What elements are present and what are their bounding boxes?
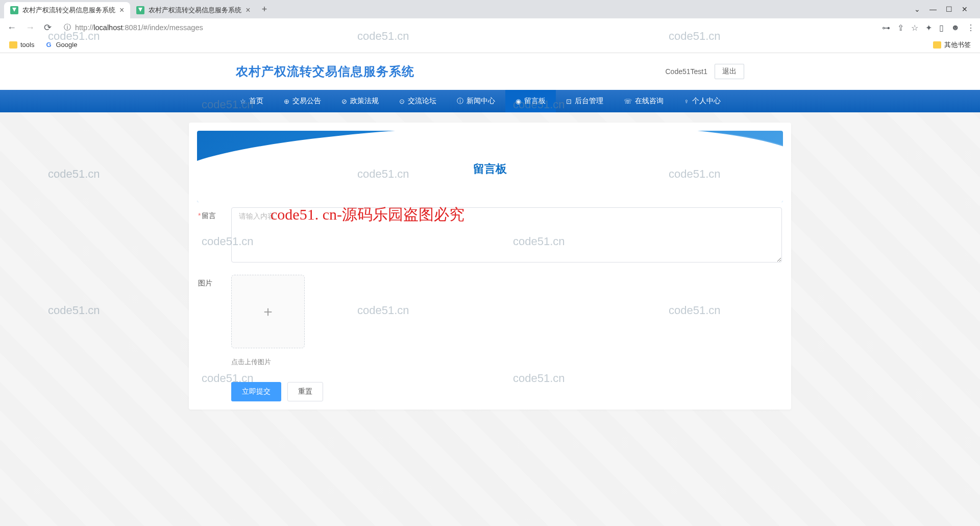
bookmark-label: Google bbox=[56, 41, 77, 49]
logout-button[interactable]: 退出 bbox=[715, 64, 744, 79]
browser-chrome: 农村产权流转交易信息服务系统 × 农村产权流转交易信息服务系统 × + ⌄ — … bbox=[0, 0, 980, 53]
key-icon[interactable]: ⊶ bbox=[882, 23, 890, 33]
nav-item-3[interactable]: ⊙交流论坛 bbox=[389, 90, 447, 112]
folder-icon bbox=[9, 41, 17, 49]
new-tab-button[interactable]: + bbox=[257, 2, 273, 17]
tab-title: 农村产权流转交易信息服务系统 bbox=[149, 6, 241, 15]
profile-icon[interactable]: ☻ bbox=[951, 23, 960, 33]
nav-icon: ⊙ bbox=[399, 98, 405, 105]
tab-bar: 农村产权流转交易信息服务系统 × 农村产权流转交易信息服务系统 × + ⌄ — … bbox=[0, 0, 980, 18]
site-logo: 农村产权流转交易信息服务系统 bbox=[236, 63, 414, 80]
maximize-icon[interactable]: ☐ bbox=[946, 5, 952, 13]
image-field-label: 图片 bbox=[198, 275, 231, 367]
menu-icon[interactable]: ⋮ bbox=[967, 23, 975, 33]
vue-favicon bbox=[136, 6, 144, 14]
address-bar-row: ← → ⟳ ⓘ http://localhost:8081/#/index/me… bbox=[0, 18, 980, 37]
submit-button[interactable]: 立即提交 bbox=[231, 382, 281, 401]
nav-icon: ⊕ bbox=[284, 98, 289, 105]
panel-icon[interactable]: ▯ bbox=[939, 23, 944, 33]
username-label: Code51Test1 bbox=[665, 67, 707, 76]
nav-item-0[interactable]: ☆首页 bbox=[230, 90, 274, 112]
window-controls: ⌄ — ☐ ✕ bbox=[914, 5, 976, 13]
page-body: 农村产权流转交易信息服务系统 Code51Test1 退出 ☆首页⊕交易公告⊘政… bbox=[0, 53, 980, 526]
bookmark-label: tools bbox=[20, 41, 34, 49]
url-text: http://localhost:8081/#/index/messages bbox=[75, 23, 872, 32]
nav-icon: ☆ bbox=[240, 98, 246, 105]
nav-item-6[interactable]: ⊡后台管理 bbox=[556, 90, 614, 112]
google-icon: G bbox=[44, 41, 53, 49]
browser-tab-1[interactable]: 农村产权流转交易信息服务系统 × bbox=[4, 2, 130, 18]
plus-icon: ＋ bbox=[261, 302, 275, 321]
close-window-icon[interactable]: ✕ bbox=[962, 5, 968, 13]
nav-icon: ◉ bbox=[516, 98, 521, 105]
nav-label: 政策法规 bbox=[350, 97, 379, 106]
nav-item-4[interactable]: ⓘ新闻中心 bbox=[447, 90, 505, 112]
back-button[interactable]: ← bbox=[5, 21, 18, 34]
site-header: 农村产权流转交易信息服务系统 Code51Test1 退出 bbox=[0, 53, 980, 90]
nav-label: 新闻中心 bbox=[467, 97, 495, 106]
nav-label: 后台管理 bbox=[575, 97, 603, 106]
info-icon: ⓘ bbox=[64, 23, 71, 32]
bookmark-tools[interactable]: tools bbox=[9, 41, 34, 49]
minimize-icon[interactable]: — bbox=[929, 5, 937, 13]
nav-label: 交流论坛 bbox=[408, 97, 436, 106]
banner-title: 留言板 bbox=[473, 161, 507, 177]
folder-icon bbox=[933, 41, 941, 49]
bookmark-google[interactable]: G Google bbox=[44, 41, 77, 49]
url-bar[interactable]: ⓘ http://localhost:8081/#/index/messages bbox=[59, 23, 877, 32]
bookmark-label: 其他书签 bbox=[944, 40, 971, 50]
vue-favicon bbox=[10, 6, 18, 14]
nav-item-8[interactable]: ♀个人中心 bbox=[674, 90, 731, 112]
reset-button[interactable]: 重置 bbox=[287, 382, 323, 401]
star-icon[interactable]: ☆ bbox=[911, 23, 918, 33]
content-card: 留言板 *留言 图片 ＋ 点击上传图片 bbox=[189, 123, 791, 410]
close-icon[interactable]: × bbox=[119, 6, 124, 15]
nav-icon: ♀ bbox=[684, 98, 689, 105]
share-icon[interactable]: ⇪ bbox=[897, 23, 904, 33]
upload-hint: 点击上传图片 bbox=[231, 357, 782, 367]
nav-item-1[interactable]: ⊕交易公告 bbox=[274, 90, 331, 112]
nav-item-5[interactable]: ◉留言板 bbox=[505, 90, 556, 112]
nav-item-2[interactable]: ⊘政策法规 bbox=[331, 90, 389, 112]
message-field-label: *留言 bbox=[198, 207, 231, 265]
reload-button[interactable]: ⟳ bbox=[42, 21, 54, 34]
message-textarea[interactable] bbox=[231, 207, 782, 262]
tab-title: 农村产权流转交易信息服务系统 bbox=[22, 6, 115, 15]
nav-icon: ☏ bbox=[624, 98, 632, 105]
address-actions: ⊶ ⇪ ☆ ✦ ▯ ☻ ⋮ bbox=[882, 23, 975, 33]
nav-label: 交易公告 bbox=[292, 97, 321, 106]
bookmarks-bar: tools G Google 其他书签 bbox=[0, 37, 980, 53]
nav-label: 首页 bbox=[249, 97, 263, 106]
nav-icon: ⊘ bbox=[341, 98, 347, 105]
main-nav: ☆首页⊕交易公告⊘政策法规⊙交流论坛ⓘ新闻中心◉留言板⊡后台管理☏在线咨询♀个人… bbox=[0, 90, 980, 112]
close-icon[interactable]: × bbox=[246, 6, 250, 15]
nav-label: 个人中心 bbox=[692, 97, 721, 106]
message-form: *留言 图片 ＋ 点击上传图片 立 bbox=[197, 202, 783, 401]
chevron-down-icon[interactable]: ⌄ bbox=[914, 5, 920, 13]
nav-icon: ⊡ bbox=[566, 98, 572, 105]
bookmark-other[interactable]: 其他书签 bbox=[933, 40, 971, 50]
extensions-icon[interactable]: ✦ bbox=[925, 23, 932, 33]
browser-tab-2[interactable]: 农村产权流转交易信息服务系统 × bbox=[130, 2, 256, 18]
nav-icon: ⓘ bbox=[457, 97, 463, 106]
nav-item-7[interactable]: ☏在线咨询 bbox=[614, 90, 674, 112]
forward-button[interactable]: → bbox=[23, 21, 37, 34]
page-banner: 留言板 bbox=[197, 131, 783, 202]
nav-label: 留言板 bbox=[524, 97, 546, 106]
image-upload-box[interactable]: ＋ bbox=[231, 275, 305, 348]
nav-label: 在线咨询 bbox=[635, 97, 664, 106]
